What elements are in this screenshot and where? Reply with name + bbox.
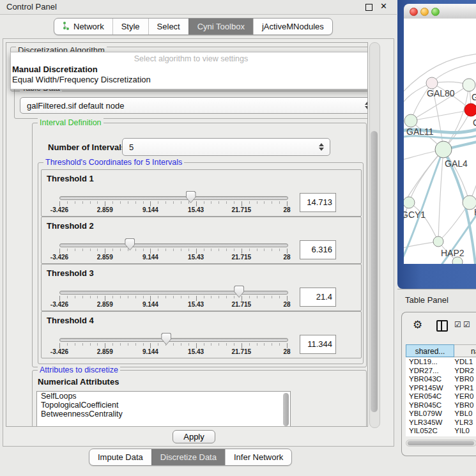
gear-icon[interactable]: ⚙ [413, 318, 422, 332]
slider-track[interactable] [59, 338, 288, 342]
network-node[interactable] [464, 104, 476, 116]
tick-mark [105, 296, 105, 301]
tab-style[interactable]: Style [112, 19, 148, 35]
threshold-value-field[interactable]: 14.713 [300, 193, 336, 212]
tick-mark [82, 201, 83, 204]
tick-mark [173, 343, 174, 346]
zoom-traffic-light-icon[interactable] [431, 8, 440, 16]
network-graph: GAL80G.CGAL11GAL4GCY1HHAP2 [404, 19, 476, 264]
network-node[interactable] [404, 197, 415, 208]
slider-track[interactable] [59, 291, 288, 295]
slider-thumb[interactable] [234, 286, 244, 298]
table-data-combobox[interactable]: galFiltered.sif default node [20, 97, 368, 114]
tick-mark [257, 201, 257, 204]
tab-jactivemnodules[interactable]: jActiveMNodules [253, 19, 332, 35]
table-row[interactable]: YER054CYER0 [406, 392, 476, 401]
combo-stepper-icon[interactable] [365, 102, 368, 109]
numerical-attributes-list[interactable]: SelfLoopsTopologicalCoefficientBetweenne… [36, 391, 291, 427]
tick-mark [196, 201, 197, 206]
column-header-shared[interactable]: shared... [406, 344, 454, 357]
slider-thumb[interactable] [125, 238, 135, 250]
tick-mark [67, 249, 68, 251]
apply-button[interactable]: Apply [173, 430, 215, 443]
attributes-label: Attributes to discretize [38, 365, 120, 374]
tick-mark [158, 296, 158, 298]
slider-track[interactable] [59, 243, 288, 247]
tick-mark [158, 343, 158, 346]
tick-mark [181, 249, 181, 251]
minimize-traffic-light-icon[interactable] [420, 8, 429, 16]
algorithm-popup-items: Manual DiscretizationEqual Width/Frequen… [11, 64, 368, 84]
attribute-item-betweennesscentrality[interactable]: BetweennessCentrality [37, 410, 290, 418]
network-edge[interactable] [409, 203, 438, 242]
threshold-value-field[interactable]: 11.344 [300, 335, 336, 354]
tick-mark [287, 249, 288, 254]
attribute-item-topologicalcoefficient[interactable]: TopologicalCoefficient [37, 401, 290, 410]
number-of-intervals-spinner[interactable]: 5 [122, 138, 330, 156]
vertical-scrollbar-thumb[interactable] [371, 131, 378, 412]
vertical-scrollbar[interactable] [369, 42, 380, 428]
table-row[interactable]: YBL079WYBL0 [406, 410, 476, 418]
algorithm-option-manual-discretization[interactable]: Manual Discretization [11, 64, 368, 74]
close-traffic-light-icon[interactable] [410, 8, 418, 16]
threshold-value-field[interactable]: 21.4 [300, 288, 336, 307]
tab-cyni-toolbox[interactable]: Cyni Toolbox [188, 19, 253, 35]
slider-track[interactable] [59, 196, 288, 200]
slider-thumb[interactable] [186, 191, 196, 203]
network-node-label: C [473, 118, 476, 128]
tick-mark [242, 343, 242, 348]
table-row[interactable]: YDL19...YDL1 [406, 358, 476, 367]
checkbox-checked-icon[interactable]: ☑ [454, 320, 461, 329]
tick-mark [234, 201, 234, 204]
checkbox-checked-icon[interactable]: ☑ [463, 320, 470, 329]
tab-select[interactable]: Select [148, 19, 188, 35]
table-row[interactable]: YPR145WYPR1 [406, 384, 476, 393]
list-scrollbar[interactable] [283, 393, 289, 426]
scale-label: -3.426 [45, 301, 74, 308]
horizontal-scrollbar[interactable] [406, 440, 476, 447]
scale-label: 9.144 [135, 348, 165, 355]
tick-mark [242, 296, 242, 301]
tab-network[interactable]: Network [54, 19, 112, 35]
table-row[interactable]: YIL052CYIL0 [406, 427, 476, 436]
network-node[interactable] [426, 77, 438, 89]
tick-mark [242, 201, 242, 206]
network-node[interactable] [463, 79, 475, 91]
slider-thumb[interactable] [161, 333, 171, 345]
threshold-value-field[interactable]: 6.316 [300, 240, 336, 259]
close-icon[interactable]: ✕ [380, 1, 387, 11]
table-row[interactable]: YLR345WYLR3 [406, 418, 476, 427]
tick-mark [128, 201, 128, 204]
network-canvas[interactable]: GAL80G.CGAL11GAL4GCY1HHAP2 [404, 19, 476, 264]
thresholds-group: Threshold's Coordinates for 5 Intervals … [38, 162, 364, 364]
tab-impute-data[interactable]: Impute Data [89, 449, 151, 465]
float-icon[interactable] [365, 4, 372, 11]
network-node[interactable] [435, 141, 452, 158]
scale-label: 9.144 [135, 254, 165, 261]
scale-label: 9.144 [135, 301, 165, 308]
table-row[interactable]: YDR27...YDR2 [406, 367, 476, 376]
table-row[interactable]: YBR043CYBR0 [406, 375, 476, 384]
tick-mark [105, 201, 105, 206]
tick-mark [196, 343, 197, 348]
horizontal-scrollbar-thumb[interactable] [408, 441, 474, 445]
tick-mark [249, 296, 250, 298]
column-header-name[interactable]: na [454, 344, 476, 357]
network-window-titlebar [404, 4, 476, 19]
attribute-item-selfloops[interactable]: SelfLoops [37, 392, 290, 401]
tick-mark [211, 201, 211, 204]
tick-mark [135, 296, 136, 298]
split-columns-icon[interactable] [436, 320, 448, 332]
spinner-stepper-icon[interactable] [319, 143, 324, 151]
tab-infer-network[interactable]: Infer Network [225, 449, 291, 465]
algorithm-placeholder-item[interactable]: Select algorithm to view settings [11, 52, 368, 64]
tick-mark [150, 343, 151, 348]
algorithm-option-equal-width-frequency-discretization[interactable]: Equal Width/Frequency Discretization [11, 74, 368, 84]
table-row[interactable]: YBR045CYBR0 [406, 401, 476, 410]
network-node[interactable] [404, 114, 417, 127]
tick-mark [75, 296, 75, 298]
scale-label: -3.426 [45, 348, 74, 355]
tab-discretize-data[interactable]: Discretize Data [151, 449, 225, 465]
tick-mark [75, 201, 75, 204]
network-node[interactable] [433, 236, 443, 247]
